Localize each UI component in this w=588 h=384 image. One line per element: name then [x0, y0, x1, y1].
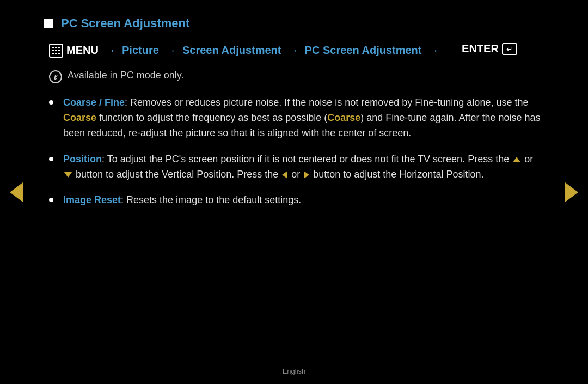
bullet-dot-icon: [49, 157, 53, 161]
separator-1: : Removes or reduces picture noise. If t…: [125, 97, 528, 108]
up-arrow-icon: [513, 157, 520, 162]
page-title: PC Screen Adjustment: [61, 16, 189, 31]
term-position: Position: [63, 154, 102, 164]
text-or-2: or: [289, 169, 303, 180]
list-item: Position: To adjust the PC's screen posi…: [49, 152, 544, 182]
nav-right-button[interactable]: [565, 182, 578, 202]
menu-nav-line2: ENTER ↵: [442, 42, 517, 55]
nav-arrow-2: →: [165, 44, 179, 56]
text-or-1: or: [522, 154, 533, 164]
menu-icon: [49, 44, 63, 58]
page-title-row: PC Screen Adjustment: [44, 16, 544, 31]
term-coarse-2: Coarse: [327, 112, 360, 123]
note-row: ℓ Available in PC mode only.: [44, 70, 544, 83]
bullet-content-image-reset: Image Reset: Resets the image to the def…: [63, 193, 301, 208]
bullet-list: Coarse / Fine: Removes or reduces pictur…: [44, 95, 544, 208]
enter-label: ENTER: [462, 42, 499, 55]
term-coarse-1: Coarse: [63, 112, 96, 123]
note-text: Available in PC mode only.: [68, 70, 183, 81]
bullet-dot-icon: [49, 100, 53, 105]
bullet-content-position: Position: To adjust the PC's screen posi…: [63, 152, 544, 182]
down-arrow-icon: [64, 172, 72, 178]
term-image-reset: Image Reset: [63, 194, 121, 205]
list-item: Image Reset: Resets the image to the def…: [49, 193, 544, 208]
enter-arrow-icon: ↵: [506, 45, 513, 53]
nav-pc-screen-adj: PC Screen Adjustment: [305, 44, 422, 56]
list-item: Coarse / Fine: Removes or reduces pictur…: [49, 95, 544, 141]
title-square-icon: [44, 19, 53, 28]
nav-arrow-1: →: [105, 44, 119, 56]
footer-text: English: [283, 367, 306, 375]
nav-screen-adj: Screen Adjustment: [182, 44, 281, 56]
term-coarse-fine: Coarse / Fine: [63, 97, 125, 108]
nav-arrow-3: →: [287, 44, 302, 56]
text-position-3: button to adjust the Horizontal Position…: [310, 169, 483, 180]
bullet-content-coarse: Coarse / Fine: Removes or reduces pictur…: [63, 95, 544, 141]
text-position-2: button to adjust the Vertical Position. …: [73, 169, 281, 180]
text-image-reset: Resets the image to the default settings…: [126, 194, 301, 205]
menu-label: MENU: [66, 44, 99, 56]
bullet-dot-icon: [49, 198, 53, 202]
text-coarse-2: function to adjust the frequency as best…: [96, 112, 327, 123]
main-container: PC Screen Adjustment MENU → Picture → Sc…: [0, 0, 588, 384]
separator-2: : To adjust the PC's screen position if …: [102, 154, 512, 164]
enter-icon: ↵: [502, 43, 517, 55]
nav-picture: Picture: [122, 44, 159, 56]
menu-nav-text: MENU → Picture → Screen Adjustment → PC …: [66, 42, 442, 58]
note-icon: ℓ: [49, 70, 62, 83]
nav-arrow-4: →: [428, 44, 439, 56]
left-arrow-icon: [282, 171, 287, 179]
right-arrow-icon: [304, 171, 309, 179]
separator-3: :: [121, 194, 126, 205]
nav-left-button[interactable]: [10, 182, 23, 202]
menu-nav: MENU → Picture → Screen Adjustment → PC …: [44, 42, 544, 58]
